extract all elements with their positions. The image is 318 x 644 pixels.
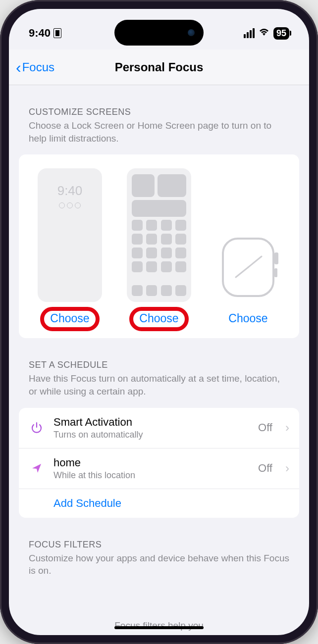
- lock-screen-preview[interactable]: 9:40: [38, 168, 102, 302]
- svg-rect-1: [274, 252, 278, 264]
- battery-indicator: 95: [273, 27, 289, 40]
- add-schedule-row[interactable]: Add Schedule: [19, 489, 299, 518]
- choose-lock-label: Choose: [50, 312, 89, 325]
- smart-body: Smart Activation Turns on automatically: [53, 416, 249, 440]
- filters-section-header: FOCUS FILTERS Customize how your apps an…: [19, 518, 299, 580]
- location-arrow-icon: [29, 462, 45, 474]
- power-icon: [29, 421, 45, 434]
- chevron-right-icon: ›: [285, 421, 289, 435]
- home-sub: While at this location: [53, 470, 249, 481]
- back-button[interactable]: ‹ Focus: [16, 59, 88, 75]
- filters-title: FOCUS FILTERS: [29, 540, 289, 550]
- choose-watch-label: Choose: [228, 312, 267, 325]
- svg-line-4: [236, 267, 248, 277]
- home-screen-column: Choose: [120, 168, 198, 328]
- navigation-bar: ‹ Focus Personal Focus: [9, 50, 309, 85]
- dynamic-island: [114, 20, 204, 46]
- svg-line-3: [248, 256, 262, 267]
- choose-home-label: Choose: [139, 312, 178, 325]
- wifi-icon: [259, 28, 269, 39]
- choose-lock-button[interactable]: Choose: [43, 309, 96, 328]
- home-value: Off: [258, 462, 272, 475]
- screen: 9:40 95 ‹ Focus Personal Focus: [9, 9, 309, 635]
- schedule-card: Smart Activation Turns on automatically …: [19, 408, 299, 518]
- schedule-section-header: SET A SCHEDULE Have this Focus turn on a…: [19, 338, 299, 400]
- schedule-desc: Have this Focus turn on automatically at…: [29, 372, 289, 397]
- chevron-left-icon: ‹: [16, 59, 21, 75]
- home-title: home: [53, 456, 249, 469]
- status-right-group: 95: [244, 27, 289, 40]
- choose-home-button[interactable]: Choose: [132, 309, 185, 328]
- home-location-row[interactable]: home While at this location Off ›: [19, 448, 299, 489]
- filters-peek-text: Focus filters help you: [9, 620, 309, 631]
- back-label: Focus: [22, 60, 54, 74]
- lock-screen-column: 9:40 Choose: [31, 168, 109, 328]
- smart-activation-row[interactable]: Smart Activation Turns on automatically …: [19, 408, 299, 448]
- svg-rect-2: [274, 268, 277, 277]
- watch-preview[interactable]: [216, 168, 280, 302]
- home-indicator[interactable]: [114, 626, 204, 629]
- sim-icon: [53, 28, 61, 38]
- page-title: Personal Focus: [88, 60, 231, 74]
- lock-preview-time: 9:40: [57, 183, 83, 198]
- chevron-right-icon: ›: [285, 461, 289, 475]
- smart-sub: Turns on automatically: [53, 430, 249, 440]
- status-time: 9:40: [29, 27, 51, 40]
- smart-title: Smart Activation: [53, 416, 249, 429]
- home-body: home While at this location: [53, 456, 249, 481]
- customize-title: CUSTOMIZE SCREENS: [29, 107, 289, 117]
- cellular-signal-icon: [244, 28, 255, 38]
- content-scroll[interactable]: CUSTOMIZE SCREENS Choose a Lock Screen o…: [9, 85, 309, 635]
- home-screen-preview[interactable]: [127, 168, 191, 302]
- watch-column: Choose: [209, 168, 287, 328]
- customize-desc: Choose a Lock Screen or Home Screen page…: [29, 119, 289, 145]
- smart-value: Off: [258, 421, 272, 434]
- choose-watch-button[interactable]: Choose: [221, 309, 274, 328]
- schedule-title: SET A SCHEDULE: [29, 360, 289, 370]
- phone-frame: 9:40 95 ‹ Focus Personal Focus: [0, 0, 318, 644]
- customize-section-header: CUSTOMIZE SCREENS Choose a Lock Screen o…: [19, 85, 299, 148]
- add-schedule-label: Add Schedule: [53, 497, 289, 510]
- screens-card: 9:40 Choose: [19, 154, 299, 338]
- filters-desc: Customize how your apps and device behav…: [29, 552, 289, 577]
- lock-preview-dots: [59, 202, 81, 208]
- status-time-group: 9:40: [29, 27, 61, 40]
